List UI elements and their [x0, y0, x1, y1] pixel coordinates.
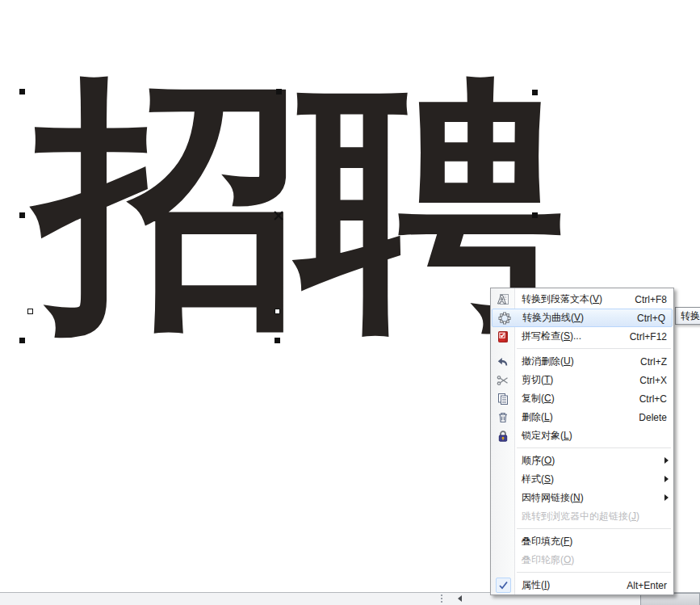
- menu-item-label: 转换为曲线(V): [522, 311, 584, 325]
- selected-text-object[interactable]: 招聘: [37, 71, 560, 338]
- menu-item-spell-check[interactable]: 拼写检查(S)...Ctrl+F12: [491, 327, 673, 346]
- menu-item-label: 样式(S): [522, 473, 554, 486]
- menu-item-label: 跳转到浏览器中的超链接(J): [522, 510, 639, 523]
- menu-item-convert-to-curves[interactable]: 转换为曲线(V)Ctrl+Q: [492, 309, 673, 327]
- menu-separator: [517, 528, 671, 529]
- menu-item-delete[interactable]: 删除(L)Delete: [491, 408, 673, 426]
- menu-item-shortcut: Delete: [639, 412, 669, 423]
- menu-item-label: 叠印填充(F): [522, 535, 572, 548]
- copy-icon: [491, 393, 515, 405]
- submenu-arrow-icon: [664, 476, 669, 482]
- scissors-icon: [491, 374, 515, 387]
- app-canvas-viewport: { "canvas": { "text": "招聘" }, "tooltip":…: [0, 0, 700, 605]
- selection-handle-bottom-left[interactable]: [19, 338, 25, 343]
- menu-item-label: 顺序(O): [522, 454, 555, 468]
- menu-item-label: 拼写检查(S)...: [522, 330, 581, 343]
- menu-item-styles[interactable]: 样式(S): [491, 470, 673, 489]
- selection-handle-top-right[interactable]: [532, 90, 538, 95]
- menu-item-shortcut: Ctrl+F12: [630, 331, 669, 342]
- checkmark-icon: [496, 578, 511, 593]
- menu-item-shortcut: Ctrl+F8: [635, 294, 669, 305]
- menu-separator: [517, 348, 671, 349]
- text-node-handle-middle[interactable]: [275, 309, 280, 314]
- scroll-left-icon: [458, 595, 462, 602]
- tooltip: 转换为曲线: [675, 307, 700, 325]
- menu-item-shortcut: Alt+Enter: [627, 580, 669, 591]
- menu-item-label: 转换到段落文本(V): [522, 292, 602, 306]
- menu-item-internet-links[interactable]: 因特网链接(N): [491, 489, 673, 507]
- menu-item-label: 属性(I): [522, 578, 550, 592]
- menu-item-jump-to-hyperlink-in-browser: 跳转到浏览器中的超链接(J): [491, 507, 673, 526]
- menu-item-label: 叠印轮廓(O): [522, 553, 574, 567]
- selection-handle-bottom-middle[interactable]: [275, 338, 280, 343]
- selection-handle-middle-left[interactable]: [19, 212, 25, 218]
- menu-item-label: 锁定对象(L): [522, 429, 572, 443]
- lock-icon: [491, 430, 515, 443]
- menu-item-overprint-fill[interactable]: 叠印填充(F): [491, 532, 673, 551]
- menu-item-check: [491, 578, 515, 593]
- menu-separator: [517, 572, 671, 573]
- menu-item-label: 剪切(T): [522, 373, 553, 387]
- text-node-handle-left[interactable]: [27, 309, 33, 314]
- trash-icon: [491, 411, 515, 424]
- spellcheck-icon: [491, 330, 515, 343]
- menu-item-shortcut: Ctrl+C: [639, 393, 669, 405]
- object-center-marker[interactable]: [274, 211, 283, 221]
- menu-item-convert-to-paragraph-text[interactable]: 转换到段落文本(V)Ctrl+F8: [491, 290, 673, 309]
- submenu-arrow-icon: [664, 457, 669, 464]
- menu-item-label: 删除(L): [522, 410, 553, 424]
- selection-handle-middle-right[interactable]: [532, 212, 538, 218]
- resize-gripper-icon[interactable]: [441, 594, 442, 596]
- submenu-arrow-icon: [664, 494, 669, 501]
- context-menu: 转换到段落文本(V)Ctrl+F8转换为曲线(V)Ctrl+Q拼写检查(S)..…: [490, 288, 674, 595]
- menu-item-shortcut: Ctrl+Q: [637, 313, 667, 324]
- menu-item-order[interactable]: 顺序(O): [491, 452, 673, 470]
- selection-handle-top-left[interactable]: [19, 89, 25, 95]
- menu-item-copy[interactable]: 复制(C)Ctrl+C: [491, 389, 673, 408]
- menu-item-lock-object[interactable]: 锁定对象(L): [491, 426, 673, 445]
- menu-separator: [517, 447, 671, 448]
- menu-item-undo-delete[interactable]: 撤消删除(U)Ctrl+Z: [491, 352, 673, 371]
- menu-item-label: 撤消删除(U): [522, 355, 574, 368]
- undo-icon: [491, 355, 515, 368]
- scroll-left-button[interactable]: [451, 592, 468, 605]
- menu-item-label: 复制(C): [522, 392, 555, 405]
- menu-item-properties[interactable]: 属性(I)Alt+Enter: [491, 576, 673, 594]
- menu-item-label: 因特网链接(N): [522, 491, 584, 505]
- menu-item-shortcut: Ctrl+X: [639, 375, 669, 386]
- paragraph-text-icon: [491, 293, 515, 306]
- menu-item-overprint-outline: 叠印轮廓(O): [491, 551, 673, 569]
- menu-item-shortcut: Ctrl+Z: [640, 356, 669, 368]
- selection-handle-top-middle[interactable]: [276, 89, 282, 95]
- context-menu-items: 转换到段落文本(V)Ctrl+F8转换为曲线(V)Ctrl+Q拼写检查(S)..…: [491, 288, 673, 594]
- menu-item-cut[interactable]: 剪切(T)Ctrl+X: [491, 371, 673, 389]
- curve-nodes-icon: [493, 312, 516, 325]
